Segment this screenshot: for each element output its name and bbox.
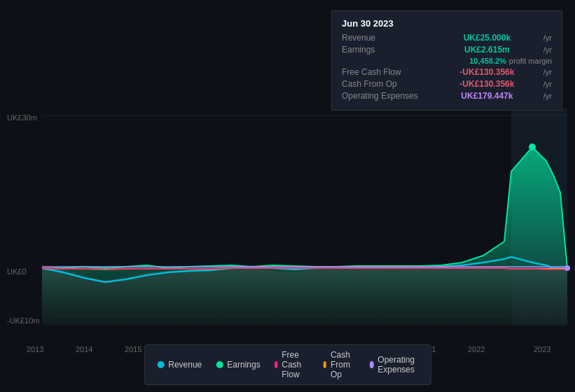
tooltip-label-opex: Operating Expenses: [342, 91, 433, 101]
tooltip-panel: Jun 30 2023 Revenue UK£25.000k /yr Earni…: [331, 10, 562, 111]
earnings-line: [42, 147, 567, 268]
tooltip-label-fcf: Free Cash Flow: [342, 67, 433, 77]
tooltip-label-revenue: Revenue: [342, 33, 433, 43]
tooltip-value-revenue: UK£25.000k: [464, 33, 511, 43]
legend-dot-earnings: [216, 361, 223, 368]
tooltip-unit-fcf: /yr: [543, 68, 552, 76]
tooltip-label-cashfromop: Cash From Op: [342, 79, 433, 89]
legend-dot-fcf: [275, 361, 278, 368]
earnings-fill-area: [42, 147, 567, 326]
opex-dot-end: [564, 265, 570, 271]
legend-label-earnings: Earnings: [227, 360, 260, 370]
legend-label-cashfromop: Cash From Op: [331, 350, 356, 379]
tooltip-value-fcf: -UK£130.356k: [459, 67, 514, 77]
legend-item-opex: Operating Expenses: [370, 355, 418, 374]
legend-item-cashfromop: Cash From Op: [323, 350, 356, 379]
tooltip-unit-earnings: /yr: [543, 46, 552, 54]
tooltip-value-opex: UK£179.447k: [461, 91, 513, 101]
legend-label-fcf: Free Cash Flow: [282, 350, 309, 379]
tooltip-profit-margin-value: 10,458.2%: [469, 57, 506, 65]
legend-dot-cashfromop: [323, 361, 326, 368]
legend-label-opex: Operating Expenses: [377, 355, 417, 374]
tooltip-row-cashfromop: Cash From Op -UK£130.356k /yr: [342, 79, 552, 89]
legend-label-revenue: Revenue: [168, 360, 202, 370]
tooltip-unit-revenue: /yr: [543, 34, 552, 42]
tooltip-row-fcf: Free Cash Flow -UK£130.356k /yr: [342, 67, 552, 77]
legend-item-fcf: Free Cash Flow: [275, 350, 310, 379]
tooltip-unit-opex: /yr: [543, 92, 552, 100]
legend-dot-opex: [370, 361, 373, 368]
tooltip-unit-cashfromop: /yr: [543, 80, 552, 88]
earnings-dot-2023: [529, 144, 536, 150]
legend-item-revenue: Revenue: [157, 360, 202, 370]
main-chart: [0, 108, 575, 382]
tooltip-profit-margin-label: profit margin: [509, 57, 552, 65]
tooltip-profit-margin-row: 10,458.2% profit margin: [342, 57, 552, 65]
tooltip-row-earnings: Earnings UK£2.615m /yr: [342, 45, 552, 55]
tooltip-value-earnings: UK£2.615m: [464, 45, 510, 55]
tooltip-row-revenue: Revenue UK£25.000k /yr: [342, 33, 552, 43]
legend-dot-revenue: [157, 361, 164, 368]
tooltip-label-earnings: Earnings: [342, 45, 433, 55]
tooltip-value-cashfromop: -UK£130.356k: [459, 79, 514, 89]
legend-item-earnings: Earnings: [216, 360, 260, 370]
tooltip-row-opex: Operating Expenses UK£179.447k /yr: [342, 91, 552, 101]
tooltip-date: Jun 30 2023: [342, 18, 552, 29]
legend: Revenue Earnings Free Cash Flow Cash Fro…: [144, 344, 431, 385]
